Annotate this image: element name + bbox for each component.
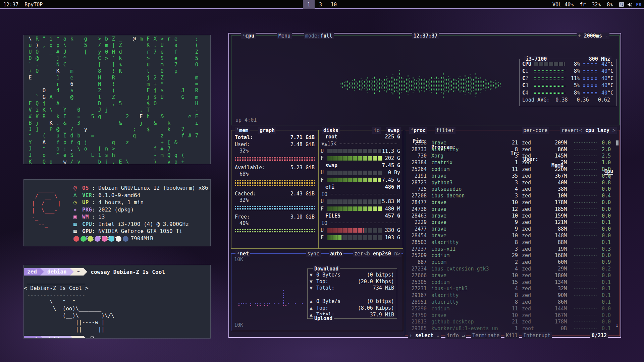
process-row[interactable]: 24738brave12zed185M0.0 [405, 206, 620, 213]
interval-control[interactable]: + 2000ms - [577, 33, 609, 39]
core-temp: 40°C [598, 82, 613, 88]
graph-column [476, 75, 477, 94]
proc-kill-button[interactable]: Kill [504, 332, 519, 339]
proc-info-button[interactable]: info ↵ [445, 332, 466, 339]
net-interface-selector[interactable]: <b enp2s0 n> [363, 250, 401, 257]
process-threads: 15 [502, 279, 518, 285]
used-label: U [321, 170, 327, 176]
workspace-button[interactable]: 10 [326, 0, 341, 9]
net-sync-tab[interactable]: sync [306, 250, 321, 257]
process-mem: 38M [543, 186, 567, 192]
mem-graph-tab[interactable]: graph [258, 127, 276, 134]
process-row[interactable]: 28733alacritty8zed86M2.0 [405, 146, 620, 153]
process-cpu-graph [574, 155, 597, 157]
process-row[interactable]: 25305codium15zed134M0.1 [405, 279, 620, 286]
process-row[interactable]: 27237ibus-x113zed19M0.3 [405, 246, 620, 252]
process-row[interactable]: 2477brave9zed88M0.0 [405, 226, 620, 232]
workspace-button[interactable]: 3 [315, 0, 326, 9]
process-row[interactable]: 27231ibus-ui-gtk34zed32M0.1 [405, 286, 620, 292]
net-graph-dot [260, 305, 261, 306]
process-row[interactable]: 2229brave9zed121M0.1 [405, 219, 620, 226]
process-name: alacritty [427, 292, 502, 298]
net-auto-tab[interactable]: auto [329, 250, 343, 257]
process-cpu-graph [574, 182, 597, 183]
graph-column [449, 78, 450, 92]
process-row[interactable]: 28463brave10zed159M0.0 [405, 213, 620, 219]
neofetch-terminal[interactable]: _____ / __ \ | / | | \___- -_ --_ @OS : … [23, 179, 211, 246]
process-row[interactable]: 28503alacritty8zed88M0.1 [405, 239, 620, 246]
process-name: ibus-x11 [427, 246, 502, 252]
cmatrix-terminal[interactable]: \ R " i ^ a k g > b Z _ @ m F X > r e ; … [23, 35, 211, 164]
process-row[interactable]: 2398brave21zed209M0.0 [405, 139, 620, 146]
proc-interrupt-button[interactable]: Interrupt [522, 332, 552, 339]
disk-free-row: F480 M [321, 205, 400, 213]
process-row[interactable]: 29167alacritty8zed90M0.1 [405, 292, 620, 299]
system-info-row: ◷UP : 4 hours, 1 min [73, 199, 211, 206]
mode-toggle[interactable]: mode:full [304, 33, 334, 39]
process-cpu-graph [574, 142, 597, 143]
process-row[interactable]: 25209codium29zed168M0.0 [405, 252, 620, 259]
system-info-row: ▦GPU: NVIDIA GeForce GTX 1050 Ti [73, 228, 211, 235]
keyboard-layout-indicator[interactable]: FR [636, 2, 641, 7]
cowsay-terminal[interactable]: zeddebian~cowsay Debian-Z Is Cool ______… [23, 265, 211, 339]
process-row[interactable]: 25264codium11zed220M0.0 [405, 166, 620, 173]
process-cpu: 0.0 [597, 226, 620, 232]
upload-title: Upload [313, 315, 334, 322]
process-threads: 8 [502, 239, 518, 245]
process-threads: 21 [502, 140, 518, 146]
graph-column [443, 71, 444, 98]
process-row[interactable]: 25290codium11zed144M0.0 [405, 305, 620, 312]
process-threads: 9 [502, 226, 518, 232]
core-usage: 8% [567, 61, 580, 67]
process-row[interactable]: 29384cmatrix1zed2M1.0 [405, 159, 620, 166]
proc-scrollbar[interactable] [616, 140, 619, 145]
color-dot [109, 236, 114, 242]
process-user: zed [518, 173, 543, 179]
core-usage: 5% [567, 82, 580, 88]
free-meter [327, 206, 382, 211]
process-pid: 29385 [405, 325, 427, 331]
core-name: C3 [522, 82, 534, 88]
speaker-icon[interactable] [627, 2, 633, 7]
info-separator: : [92, 213, 98, 221]
disks-swap-tab[interactable]: swap [386, 127, 401, 134]
process-mem: 2M [543, 160, 567, 166]
process-row[interactable]: 27234ibus-extension-gtk34zed29M0.2 [405, 265, 620, 272]
process-row[interactable]: 28477brave10zed178M0.0 [405, 199, 620, 206]
free-value: 480 M [383, 206, 400, 212]
process-row[interactable]: 29385kworker/u8:1-events_un1root0B0.1 [405, 325, 620, 331]
graph-column [347, 79, 348, 90]
process-row[interactable]: 887picom2zed60M0.9 [405, 259, 620, 265]
process-row[interactable]: 27208ibus-daemon3zed10M0.4 [405, 192, 620, 199]
process-row[interactable]: 24750brave10zed167M0.0 [405, 312, 620, 319]
process-row[interactable]: 27666brave10zed180M0.0 [405, 272, 620, 279]
disk-used-row: U330 G [321, 227, 400, 234]
process-row[interactable]: 730Xorg3zed145M2.5 [405, 153, 620, 160]
info-separator: : [92, 184, 98, 192]
process-user: zed [518, 252, 543, 258]
process-row[interactable]: 28454brave10zed148M0.0 [405, 232, 620, 239]
menu-button[interactable]: Menu [277, 33, 292, 39]
process-mem: 90M [543, 292, 567, 298]
graph-column [382, 81, 383, 89]
workspace-button[interactable]: 1 [303, 0, 315, 9]
process-row[interactable]: 21813github-desktop21zed178M0.0 [405, 319, 620, 325]
graph-column [495, 80, 496, 89]
net-graph-dot [278, 303, 279, 304]
graph-column [372, 78, 373, 92]
disks-io-tab[interactable]: io [372, 127, 381, 134]
process-row[interactable]: 28951alacritty8zed86M0.1 [405, 299, 620, 305]
proc-terminate-button[interactable]: Terminate [471, 332, 501, 339]
process-cpu: 0.0 [597, 173, 620, 179]
graph-column [423, 80, 424, 89]
process-row[interactable]: 2191brave35zed367M0.0 [405, 173, 620, 179]
proc-select-hint[interactable]: ↑ select ↓ [408, 332, 441, 339]
graph-column [408, 75, 409, 95]
scroll-down-icon[interactable]: ↓ [615, 322, 619, 328]
screenshot-tray-icon[interactable] [619, 2, 625, 7]
bpytop-window[interactable]: ¹cpu Menu mode:full 12:37:37 + 2000ms - … [228, 33, 621, 338]
process-row[interactable]: 725pulseaudio4zed38M0.0 [405, 186, 620, 193]
process-row[interactable]: 28723python33zed40M0.8 [405, 179, 620, 186]
terminal-cursor[interactable] [91, 337, 94, 339]
proc-box: ⁴proc filter per-core reverse tree < cpu… [405, 130, 620, 336]
